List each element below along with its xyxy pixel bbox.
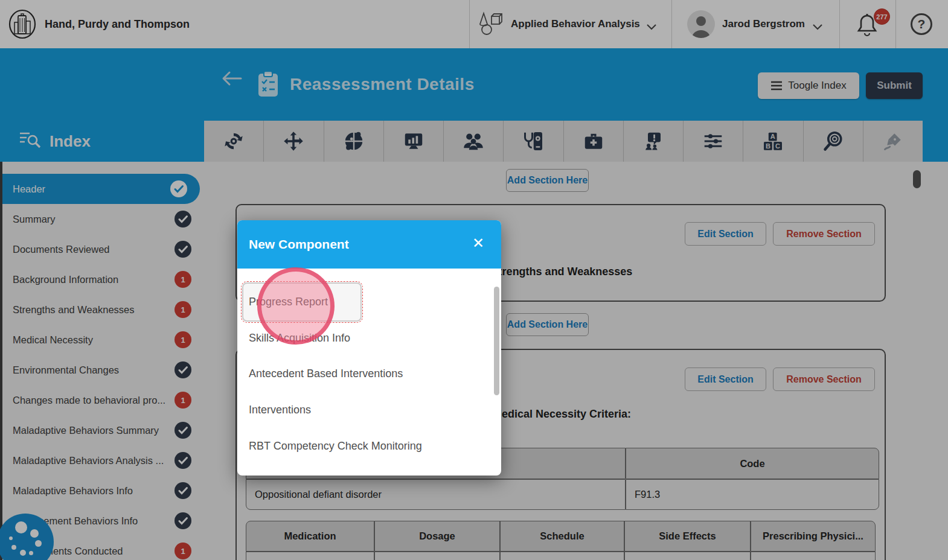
click-indicator-ring <box>257 267 335 345</box>
app-root: Hand, Purdy and Thompson Applied Behavio… <box>0 0 948 560</box>
modal-scrollbar-thumb[interactable] <box>494 287 499 395</box>
close-icon[interactable]: ✕ <box>472 236 484 250</box>
new-component-modal: New Component ✕ Progress Report Skills A… <box>237 220 501 476</box>
component-option-interventions[interactable]: Interventions <box>249 404 311 416</box>
component-option-antecedent-interventions[interactable]: Antecedent Based Interventions <box>249 368 403 380</box>
component-option-rbt-competency[interactable]: RBT Competency Check Monitoring <box>249 440 422 453</box>
modal-title: New Component <box>249 220 349 269</box>
